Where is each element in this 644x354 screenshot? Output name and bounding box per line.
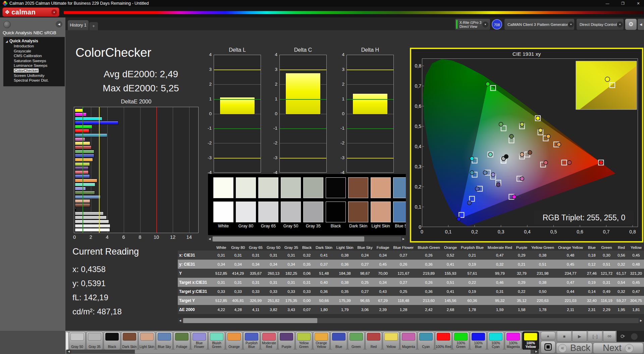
minimize-icon[interactable]: — xyxy=(600,0,614,7)
swatch-label: Light Skin xyxy=(370,224,392,228)
de-bar-100-red xyxy=(75,129,89,133)
patch-button-100-red[interactable]: 100% Red xyxy=(435,331,452,350)
swatch-scrollbar[interactable]: ◀ ▶ xyxy=(207,236,406,241)
chevron-down-icon[interactable]: ▼ xyxy=(51,9,57,15)
workflow-radio-icon[interactable] xyxy=(3,21,11,28)
patch-button-bluish-green[interactable]: Bluish Green xyxy=(208,331,225,350)
patch-button-blue[interactable]: Blue xyxy=(330,331,347,350)
scroll-left-icon[interactable]: ◀ xyxy=(66,350,71,354)
sidebar-item-cms-calibration[interactable]: CMS Calibration xyxy=(14,53,65,58)
table-cell: 0,34 xyxy=(247,260,265,269)
pattern-generator-dropdown[interactable]: CalMAN Client 3 Pattern Generator ▼ xyxy=(504,19,574,30)
patch-button-moderate-red[interactable]: Moderate Red xyxy=(261,331,277,350)
add-tab-button[interactable]: + xyxy=(89,22,98,30)
chevron-down-icon[interactable]: ▼ xyxy=(482,21,488,28)
tree-root-quick-analysis[interactable]: ◢ Quick Analysis xyxy=(9,39,65,44)
target-swatch-gray-80 xyxy=(236,202,256,222)
scroll-right-icon[interactable]: ▶ xyxy=(401,236,406,241)
table-cell: 0,31 xyxy=(247,278,265,287)
table-cell: 0,33 xyxy=(282,287,300,296)
next-button[interactable]: Next » xyxy=(593,343,643,354)
table-scrollbar[interactable]: ◀ ▶ xyxy=(178,318,643,323)
sidebar-item-luminance-sweeps[interactable]: Luminance Sweeps xyxy=(14,63,65,68)
patch-button-green[interactable]: Green xyxy=(348,331,365,350)
pattern-scrollbar[interactable]: ◀ ▶ xyxy=(66,350,539,354)
patch-color-swatch xyxy=(88,333,101,341)
table-cell: 3,43 xyxy=(282,305,300,314)
patch-button-100-blue[interactable]: 100% Blue xyxy=(470,331,487,350)
scroll-left-icon[interactable]: ◀ xyxy=(178,318,182,323)
scroll-left-icon[interactable]: ◀ xyxy=(207,236,212,241)
de-bar-blue-flower xyxy=(75,187,86,190)
patch-color-swatch xyxy=(332,333,345,341)
patch-button-red[interactable]: Red xyxy=(365,331,382,350)
sidebar-item-grayscale[interactable]: Grayscale xyxy=(14,49,65,54)
patch-label: Dark Skin xyxy=(121,345,138,349)
pattern-up-icon[interactable]: ▲ xyxy=(541,331,555,340)
tab-history-1[interactable]: History 1 xyxy=(68,20,89,30)
scrollbar-thumb[interactable] xyxy=(135,350,531,354)
patch-button-yellow-green[interactable]: Yellow Green xyxy=(296,331,312,350)
patch-button-cyan[interactable]: Cyan xyxy=(418,331,434,350)
measure-status-segment: ⟳ xyxy=(616,331,644,342)
pattern-step-icon[interactable]: [··] xyxy=(588,331,602,342)
stop-icon[interactable]: ■ xyxy=(557,331,572,342)
close-icon[interactable]: ✕ xyxy=(631,0,644,7)
patch-button-gray-50[interactable]: Gray 50 xyxy=(69,331,86,350)
calman-menu-button[interactable]: ❖ calman ▼ xyxy=(2,7,59,17)
patch-button-purple[interactable]: Purple xyxy=(278,331,295,350)
table-cell: 405,81 xyxy=(229,296,247,305)
scroll-right-icon[interactable]: ▶ xyxy=(639,318,643,323)
scrollbar-thumb[interactable] xyxy=(213,236,364,241)
gridline xyxy=(280,143,326,143)
patch-button-orange-yellow[interactable]: Orange Yellow xyxy=(313,331,330,350)
display-control-dropdown[interactable]: Direct Display Control ▼ xyxy=(577,19,624,30)
patch-button-light-skin[interactable]: Light Skin xyxy=(139,331,155,350)
patch-button-100-magenta[interactable]: 100% Magenta xyxy=(505,331,522,350)
table-cell: 0,50 xyxy=(529,287,556,296)
scroll-right-icon[interactable]: ▶ xyxy=(534,350,539,354)
patch-button-100-yellow[interactable]: 100% Yellow xyxy=(522,331,539,350)
sidebar-item-colorchecker[interactable]: ColorChecker xyxy=(14,68,65,73)
table-cell: 234,77 xyxy=(556,269,585,278)
collapse-panel-icon[interactable]: ◀ xyxy=(638,19,644,30)
sidebar-collapse-icon[interactable]: ◀ xyxy=(56,21,62,28)
patch-button-dark-skin[interactable]: Dark Skin xyxy=(121,331,138,350)
target-swatch-black xyxy=(326,202,346,222)
restore-icon[interactable]: ❐ xyxy=(616,0,630,7)
patch-button-blue-sky[interactable]: Blue Sky xyxy=(156,331,173,350)
meter-dropdown[interactable]: X-Rite i1Pro 3 Direct View ▼ xyxy=(455,19,490,30)
sidebar-item-spectral-power-dist-[interactable]: Spectral Power Dist. xyxy=(14,78,65,83)
patch-button-foliage[interactable]: Foliage xyxy=(173,331,190,350)
patch-button-orange[interactable]: Orange xyxy=(226,331,243,350)
sidebar-item-saturation-sweeps[interactable]: Saturation Sweeps xyxy=(14,58,65,63)
patch-label: Blue Flower xyxy=(191,342,207,349)
patch-button-magenta[interactable]: Magenta xyxy=(400,331,417,350)
patch-button-100-green[interactable]: 100% Green xyxy=(452,331,469,350)
de-bar-bluish-green xyxy=(75,183,95,186)
gear-icon[interactable]: ⚙ xyxy=(625,19,637,30)
play-icon[interactable]: ▶ xyxy=(572,331,587,342)
scrollbar-thumb[interactable] xyxy=(183,318,317,323)
cie-x-tick-label: 0,1 xyxy=(443,229,454,234)
meter-badge[interactable]: 708 xyxy=(492,19,502,30)
table-cell: 220,63 xyxy=(529,296,556,305)
sidebar-item-screen-uniformity[interactable]: Screen Uniformity xyxy=(14,73,65,78)
patch-button-blue-flower[interactable]: Blue Flower xyxy=(191,331,208,350)
patch-color-swatch xyxy=(175,333,189,341)
patch-button-yellow[interactable]: Yellow xyxy=(383,331,399,350)
continuous-measure-icon[interactable]: ∞ xyxy=(603,331,616,342)
patch-button-black[interactable]: Black xyxy=(104,331,120,350)
chevron-down-icon[interactable]: ▼ xyxy=(617,21,623,28)
patch-button-purplish-blue[interactable]: Purplish Blue xyxy=(243,331,260,350)
back-button[interactable]: « Back xyxy=(556,343,592,354)
expander-icon[interactable]: ◢ xyxy=(6,39,8,44)
patch-button-100-cyan[interactable]: 100% Cyan xyxy=(487,331,504,350)
pattern-window-button[interactable] xyxy=(541,341,555,353)
refresh-icon[interactable]: ⟳ xyxy=(621,333,625,340)
app-icon xyxy=(3,1,7,6)
patch-button-partial[interactable] xyxy=(65,332,69,350)
patch-button-gray-35[interactable]: Gray 35 xyxy=(86,331,103,350)
sidebar-item-introduction[interactable]: Introduction xyxy=(14,44,65,49)
chevron-down-icon[interactable]: ▼ xyxy=(568,21,574,28)
